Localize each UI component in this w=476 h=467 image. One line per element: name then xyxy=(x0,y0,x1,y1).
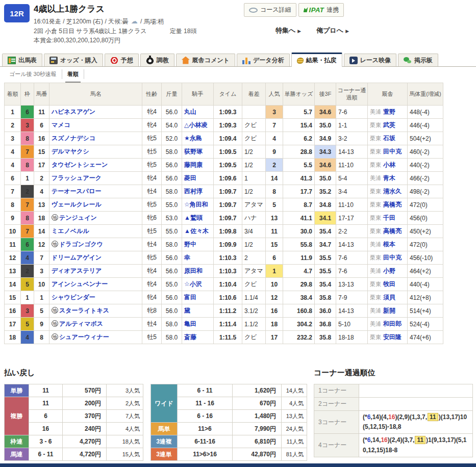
tab-training[interactable]: 調教 xyxy=(140,54,174,66)
tab-board[interactable]: 掲示板 xyxy=(398,54,438,66)
horse-name-link[interactable]: アルティマボス xyxy=(59,320,103,327)
jockey-cell: 黛 xyxy=(182,304,214,318)
horse-number: 12 xyxy=(34,238,49,251)
horse-name-link[interactable]: ドリームアゲイン xyxy=(52,254,102,261)
corner-order: 5-10 xyxy=(336,318,368,331)
trainer-link[interactable]: 小野 xyxy=(383,267,395,274)
carried-weight: 55.0 xyxy=(162,198,182,212)
trainer-link[interactable]: 高橋亮 xyxy=(383,201,402,208)
last-3f: 35.8 xyxy=(315,291,336,304)
trainer-link[interactable]: 武英 xyxy=(383,121,395,128)
popularity: 18 xyxy=(266,318,283,331)
corner-row: 4コーナー(*6,14,16)(2,4)(3,7,11)1(9,13,17)(5… xyxy=(314,434,473,457)
payout-combination: 6 xyxy=(29,410,63,423)
jockey-link[interactable]: 原田和 xyxy=(184,267,203,274)
jockey-link[interactable]: ☆角田和 xyxy=(184,201,208,208)
trainer-link[interactable]: 萱野 xyxy=(383,108,395,115)
jockey-link[interactable]: 富田 xyxy=(184,294,196,301)
course-detail-button[interactable]: コース詳細 xyxy=(244,3,296,17)
trainer-link[interactable]: 田中克 xyxy=(383,148,402,155)
jockey-link[interactable]: 斎藤 xyxy=(184,333,196,341)
jockey-link[interactable]: 黛 xyxy=(184,307,190,314)
tab-data-analysis[interactable]: データ分析 xyxy=(237,54,290,66)
horse-name-link[interactable]: ドラゴンゴクウ xyxy=(59,241,103,248)
trainer-link[interactable]: 新開 xyxy=(383,307,395,314)
trainer-link[interactable]: 和田郎 xyxy=(383,320,402,327)
horse-name-link[interactable]: テンジュイン xyxy=(59,214,97,221)
trainer-link[interactable]: 根本 xyxy=(383,241,395,248)
horse-name-link[interactable]: ヴェールクレール xyxy=(52,201,102,208)
horse-name-link[interactable]: デルマヤクシ xyxy=(52,148,89,155)
horse-name-link[interactable]: フラッシュアーク xyxy=(52,174,102,181)
trainer-link[interactable]: 田中克 xyxy=(383,254,402,261)
feature-link[interactable]: 特集へ▶ xyxy=(275,26,301,35)
race-result-page: 12R 4歳以上1勝クラス 16:01発走 / 芝1200m (右) / 天候:… xyxy=(0,0,476,467)
tab-racecard[interactable]: 出馬表 xyxy=(2,54,42,66)
horse-name-link[interactable]: マメコ xyxy=(52,121,70,128)
horse-name-link[interactable]: シュアーウィナー xyxy=(59,333,109,341)
trainer-link[interactable]: 高橋亮 xyxy=(383,227,402,235)
margin: 3.1/2 xyxy=(242,304,266,318)
jockey-link[interactable]: 丸山 xyxy=(184,108,196,115)
subnav-item-flash-report[interactable]: ゴール後 30秒速報 xyxy=(4,69,62,79)
corner-heading: コーナー通過順位 xyxy=(314,368,473,378)
trainer-link[interactable]: 青木 xyxy=(383,174,395,181)
margin: クビ xyxy=(242,278,266,291)
jockey-link[interactable]: 荻野琢 xyxy=(184,148,203,155)
jockey-link[interactable]: ☆小沢 xyxy=(184,280,202,288)
horse-name-link[interactable]: シャウビンダー xyxy=(52,294,95,301)
training-center: 栗東 xyxy=(370,201,381,207)
finish-position: 6 xyxy=(5,172,21,185)
jockey-link[interactable]: 野中 xyxy=(184,241,196,248)
tab-stable-comment[interactable]: 厩舎コメント xyxy=(176,54,235,66)
horse-name-link[interactable]: アインシュベンナー xyxy=(52,280,108,288)
training-center: 美浦 xyxy=(370,175,381,181)
popularity: 8 xyxy=(266,185,283,198)
tab-prediction[interactable]: 予想 xyxy=(105,54,139,66)
trainer-link[interactable]: 清水久 xyxy=(383,188,402,195)
jockey-link[interactable]: 菱田 xyxy=(184,174,196,181)
column-header: 斤量 xyxy=(162,83,182,106)
horse-name-link[interactable]: ハピネスアゲン xyxy=(52,108,95,115)
corner-order: 11-10 xyxy=(336,198,368,212)
orepro-link[interactable]: 俺プロへ▶ xyxy=(316,26,349,35)
payout-popularity: 18人気 xyxy=(107,435,143,448)
jockey-link[interactable]: ★永島 xyxy=(184,135,202,142)
subnav-item-finish-order[interactable]: 着順 xyxy=(62,69,84,79)
carried-weight: 56.0 xyxy=(162,251,182,265)
trainer-link[interactable]: 石坂 xyxy=(383,135,395,142)
tab-race-video[interactable]: レース映像 xyxy=(344,54,397,66)
tab-odds[interactable]: オッズ・購入 xyxy=(44,54,103,66)
horse-number: 9 xyxy=(34,318,49,331)
sex-age: 牝4 xyxy=(142,119,162,132)
trainer-link[interactable]: 須貝 xyxy=(383,294,395,301)
trainer-link[interactable]: 安田隆 xyxy=(383,333,402,341)
payout-combination: 11>6>16 xyxy=(178,448,233,461)
corner-row: 3コーナー(*6,14)(4,16)(2,9)(1,3,7,11)(13,17)… xyxy=(314,411,473,434)
race-video-icon xyxy=(349,57,358,64)
horse-name-link[interactable]: テーオースパロー xyxy=(52,188,101,195)
jockey-link[interactable]: 亀田 xyxy=(184,320,196,327)
jockey-link[interactable]: ▲鷲頭 xyxy=(184,214,203,221)
jockey-link[interactable]: ▲佐々木 xyxy=(184,227,209,235)
horse-name-link[interactable]: スターライトキス xyxy=(59,307,109,314)
trainer-link[interactable]: 牧田 xyxy=(383,280,395,288)
column-header: 性齢 xyxy=(142,83,162,106)
horse-name-link[interactable]: ミエノベルル xyxy=(52,227,89,235)
jockey-link[interactable]: 幸 xyxy=(184,254,190,261)
finish-time: 1:11.2 xyxy=(214,304,242,318)
jockey-link[interactable]: 西村淳 xyxy=(184,188,203,195)
jockey-link[interactable]: △小林凌 xyxy=(184,121,207,128)
trainer-link[interactable]: 小林 xyxy=(383,161,395,168)
ipat-link-button[interactable]: IPAT 連携 xyxy=(298,3,344,17)
horse-name-link[interactable]: スズノナデシコ xyxy=(52,135,95,142)
training-center: 美浦 xyxy=(370,241,381,247)
body-weight: 446(-4) xyxy=(408,119,443,132)
horse-name-link[interactable]: ディオアステリア xyxy=(52,267,102,274)
horse-name-cell: デルマヤクシ xyxy=(49,145,142,159)
horse-name-cell: 地スターライトキス xyxy=(49,304,142,318)
jockey-link[interactable]: 藤岡康 xyxy=(184,161,203,168)
trainer-link[interactable]: 千田 xyxy=(383,214,395,221)
tab-result-payout[interactable]: 結果・払戻 xyxy=(291,53,342,67)
horse-name-link[interactable]: タウゼントシェーン xyxy=(52,161,108,168)
